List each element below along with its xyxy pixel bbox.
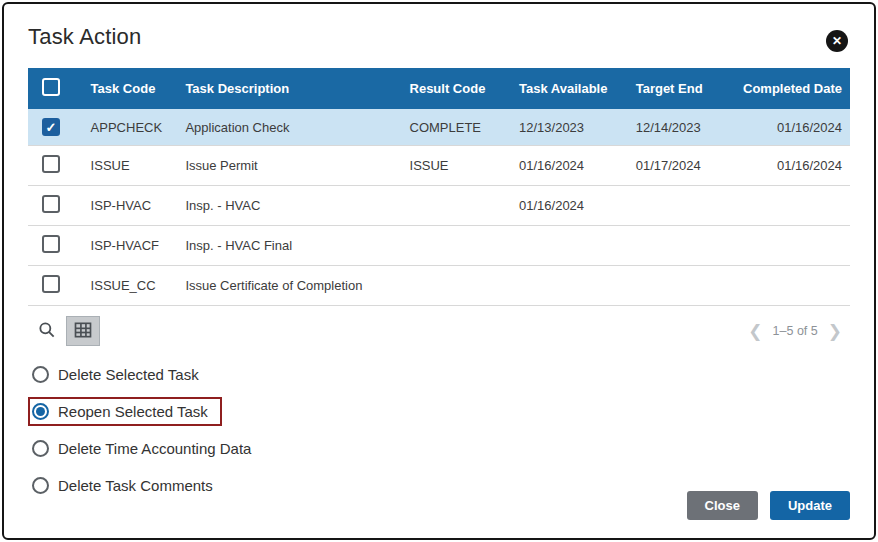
option-label: Delete Time Accounting Data: [58, 440, 251, 457]
cell-task-available: 01/16/2024: [511, 146, 628, 186]
column-header: Completed Date: [735, 68, 850, 109]
radio-button[interactable]: [32, 403, 49, 420]
cell-task-description: Insp. - HVAC Final: [177, 226, 401, 266]
option-label: Delete Task Comments: [58, 477, 213, 494]
radio-option[interactable]: Reopen Selected Task: [28, 393, 850, 430]
highlighted-option: Reopen Selected Task: [28, 397, 222, 426]
option-inner: Delete Time Accounting Data: [28, 434, 259, 463]
option-label: Reopen Selected Task: [58, 403, 208, 420]
row-checkbox[interactable]: [42, 275, 60, 293]
cell-task-description: Application Check: [177, 109, 401, 146]
column-header: Target End: [628, 68, 735, 109]
row-checkbox[interactable]: [42, 155, 60, 173]
column-header: Task Description: [177, 68, 401, 109]
cell-task-code: APPCHECK: [83, 109, 178, 146]
cell-target-end: 12/14/2023: [628, 109, 735, 146]
select-all-header-cell: [28, 68, 83, 109]
radio-option[interactable]: Delete Selected Task: [28, 356, 850, 393]
cell-result-code: ISSUE: [402, 146, 512, 186]
cell-completed-date: 01/16/2024: [735, 109, 850, 146]
pagination-label: 1–5 of 5: [773, 324, 818, 338]
search-icon: [37, 320, 57, 343]
option-inner: Delete Selected Task: [28, 360, 207, 389]
cell-task-description: Insp. - HVAC: [177, 186, 401, 226]
radio-button[interactable]: [32, 440, 49, 457]
cell-task-available: 01/16/2024: [511, 186, 628, 226]
search-button[interactable]: [30, 316, 64, 346]
cell-task-code: ISSUE_CC: [83, 266, 178, 306]
table-row[interactable]: ISP-HVACInsp. - HVAC01/16/2024: [28, 186, 850, 226]
table-row[interactable]: ISSUE_CCIssue Certificate of Completion: [28, 266, 850, 306]
row-checkbox[interactable]: ✓: [42, 118, 60, 136]
table-header-row: Task CodeTask DescriptionResult CodeTask…: [28, 68, 850, 109]
grid-view-icon: [73, 320, 93, 343]
cell-task-code: ISSUE: [83, 146, 178, 186]
cell-task-description: Issue Permit: [177, 146, 401, 186]
radio-option[interactable]: Delete Time Accounting Data: [28, 430, 850, 467]
update-button[interactable]: Update: [770, 491, 850, 520]
task-table-body: ✓APPCHECKApplication CheckCOMPLETE12/13/…: [28, 109, 850, 306]
chevron-left-icon[interactable]: ❮: [748, 323, 762, 340]
row-checkbox[interactable]: [42, 235, 60, 253]
row-checkbox-cell: [28, 266, 83, 306]
table-row[interactable]: ✓APPCHECKApplication CheckCOMPLETE12/13/…: [28, 109, 850, 146]
option-inner: Delete Task Comments: [28, 471, 221, 500]
radio-button[interactable]: [32, 477, 49, 494]
row-checkbox-cell: ✓: [28, 109, 83, 146]
action-options: Delete Selected TaskReopen Selected Task…: [28, 356, 850, 504]
row-checkbox-cell: [28, 186, 83, 226]
footer-buttons: Close Update: [687, 491, 850, 520]
cell-completed-date: [735, 186, 850, 226]
toolbar-left: [30, 316, 100, 346]
cell-result-code: COMPLETE: [402, 109, 512, 146]
cell-completed-date: [735, 226, 850, 266]
cell-task-available: 12/13/2023: [511, 109, 628, 146]
cell-target-end: [628, 226, 735, 266]
table-toolbar: ❮ 1–5 of 5 ❯: [28, 316, 850, 346]
cell-result-code: [402, 226, 512, 266]
column-header: Task Code: [83, 68, 178, 109]
cell-result-code: [402, 266, 512, 306]
row-checkbox-cell: [28, 226, 83, 266]
grid-view-button[interactable]: [66, 316, 100, 346]
row-checkbox[interactable]: [42, 195, 60, 213]
cell-target-end: 01/17/2024: [628, 146, 735, 186]
cell-completed-date: [735, 266, 850, 306]
cell-task-code: ISP-HVAC: [83, 186, 178, 226]
task-action-dialog: Task Action ✕ Task CodeTask DescriptionR…: [2, 2, 876, 540]
cell-task-available: [511, 266, 628, 306]
cell-result-code: [402, 186, 512, 226]
chevron-right-icon[interactable]: ❯: [828, 323, 842, 340]
radio-button[interactable]: [32, 366, 49, 383]
task-table: Task CodeTask DescriptionResult CodeTask…: [28, 68, 850, 306]
cell-target-end: [628, 186, 735, 226]
cell-target-end: [628, 266, 735, 306]
option-label: Delete Selected Task: [58, 366, 199, 383]
table-row[interactable]: ISSUEIssue PermitISSUE01/16/202401/17/20…: [28, 146, 850, 186]
row-checkbox-cell: [28, 146, 83, 186]
cell-task-description: Issue Certificate of Completion: [177, 266, 401, 306]
cell-task-code: ISP-HVACF: [83, 226, 178, 266]
cell-completed-date: 01/16/2024: [735, 146, 850, 186]
close-button[interactable]: Close: [687, 491, 758, 520]
cell-task-available: [511, 226, 628, 266]
column-header: Task Available: [511, 68, 628, 109]
page-title: Task Action: [28, 24, 850, 50]
table-row[interactable]: ISP-HVACFInsp. - HVAC Final: [28, 226, 850, 266]
pagination: ❮ 1–5 of 5 ❯: [748, 323, 848, 340]
select-all-checkbox[interactable]: [42, 78, 60, 96]
close-icon[interactable]: ✕: [826, 30, 848, 52]
column-header: Result Code: [402, 68, 512, 109]
